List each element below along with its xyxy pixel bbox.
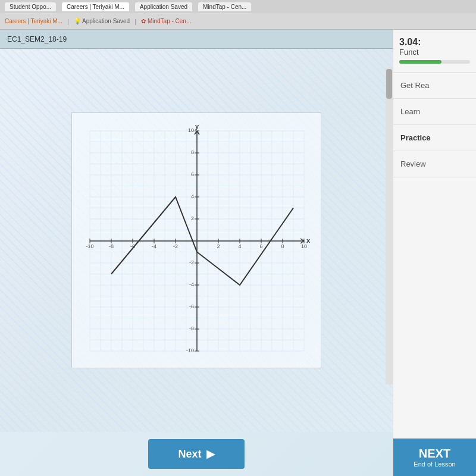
sidebar-header: 3.04: Funct: [393, 30, 476, 73]
main-content: EC1_SEM2_18-19 Next ▶: [0, 30, 393, 476]
progress-bar-fill: [399, 60, 441, 64]
nav-saved[interactable]: 💡 Application Saved: [74, 18, 130, 24]
sidebar-item-practice[interactable]: Practice: [393, 125, 476, 151]
nav-careers[interactable]: Careers | Teriyaki M...: [5, 18, 62, 24]
content-header: EC1_SEM2_18-19: [0, 30, 393, 49]
tab-1[interactable]: Student Oppo...: [5, 2, 56, 11]
mindtap-icon: ✿: [141, 18, 146, 24]
tab-2[interactable]: Careers | Teriyaki M...: [62, 2, 129, 11]
sidebar-nav-items: Get Rea Learn Practice Review: [393, 73, 476, 439]
graph-container: [0, 49, 393, 432]
section-title: Funct: [399, 48, 470, 57]
browser-bar: Student Oppo... Careers | Teriyaki M... …: [0, 0, 476, 13]
nav-separator2: |: [134, 18, 136, 25]
bulb-icon: 💡: [74, 18, 81, 24]
nav-separator: |: [67, 18, 69, 25]
next-button[interactable]: Next ▶: [148, 439, 244, 469]
tab-3[interactable]: Application Saved: [135, 2, 192, 11]
scrollbar-track[interactable]: [386, 68, 393, 384]
graph-box: [71, 112, 321, 368]
sidebar-item-get-ready[interactable]: Get Rea: [393, 73, 476, 99]
sidebar-item-review[interactable]: Review: [393, 151, 476, 177]
next-button-area: Next ▶: [0, 432, 393, 476]
nav-mindtap[interactable]: ✿ MindTap - Cen...: [141, 18, 191, 24]
next-button-label: Next: [178, 448, 201, 461]
sidebar-next-button[interactable]: NEXT End of Lesson: [393, 439, 476, 476]
sidebar-next-label: NEXT: [399, 447, 470, 461]
breadcrumb: EC1_SEM2_18-19: [7, 35, 67, 43]
right-sidebar: 3.04: Funct Get Rea Learn Practice Revie…: [393, 30, 476, 476]
section-number: 3.04:: [399, 37, 470, 48]
browser-nav: Careers | Teriyaki M... | 💡 Application …: [0, 13, 476, 30]
sidebar-item-learn[interactable]: Learn: [393, 99, 476, 125]
scrollbar-thumb[interactable]: [386, 69, 392, 99]
coordinate-graph: [72, 113, 321, 368]
next-button-arrow: ▶: [206, 447, 215, 461]
progress-bar-container: [399, 60, 470, 64]
tab-4[interactable]: MindTap - Cen...: [198, 2, 251, 11]
browser-content: Careers | Teriyaki M... | 💡 Application …: [0, 13, 476, 476]
page-wrapper: EC1_SEM2_18-19 Next ▶: [0, 30, 476, 476]
sidebar-next-sublabel: End of Lesson: [399, 461, 470, 468]
